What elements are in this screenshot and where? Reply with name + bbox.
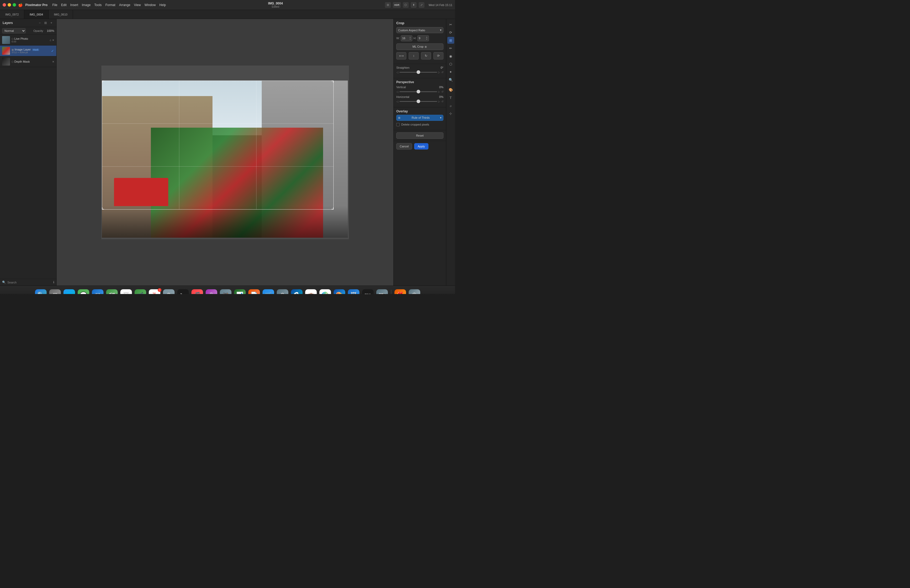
horizontal-thumb[interactable] (417, 100, 420, 103)
zoom-tool[interactable]: 🔍 (448, 76, 454, 83)
layer-sound-icon[interactable]: ♫ (50, 39, 52, 42)
straighten-slider[interactable] (399, 72, 437, 73)
layer-close-icon[interactable]: ✕ (52, 39, 54, 42)
straighten-thumb[interactable] (417, 70, 420, 74)
horizontal-slider[interactable] (399, 101, 437, 102)
search-tool-right[interactable]: ⌕ (448, 102, 454, 109)
rotate-tool[interactable]: ⟳ (448, 29, 454, 36)
delete-pixels-checkbox[interactable] (396, 123, 400, 126)
dock-edge[interactable]: 🌊 (291, 289, 303, 294)
layers-stack-icon[interactable]: ⊞ (43, 21, 48, 25)
crop-tool[interactable]: ✂ (448, 21, 454, 28)
menu-file[interactable]: File (52, 3, 57, 7)
layer-item-depth[interactable]: ⬡ Depth Mask ✕ (0, 57, 57, 67)
vertical-slider[interactable] (399, 91, 437, 92)
dock-chrome[interactable]: 🌍 (319, 289, 331, 294)
vert-reset-icon[interactable]: ↺ (441, 90, 443, 93)
crop-handle-br[interactable] (331, 207, 334, 210)
dock-gifts[interactable]: 🎁 (394, 289, 407, 294)
dock-appletv[interactable]: ▶ (177, 289, 189, 294)
rotate-cw-button[interactable]: ↻ (421, 52, 431, 60)
dock-preview2[interactable]: 📷 (376, 289, 388, 294)
straighten-reset-icon[interactable]: ↺ (441, 71, 443, 74)
color-profile-icon[interactable]: ⬡ (403, 2, 409, 8)
dock-messages[interactable]: 💬 (77, 289, 90, 294)
h-stepper[interactable]: ▲ ▼ (426, 36, 428, 40)
crop-handle-tl[interactable] (102, 81, 104, 82)
hdr-button[interactable]: HDR (393, 2, 401, 8)
dock-photos[interactable]: 🖼 (120, 289, 133, 294)
layers-minus-icon[interactable]: − (37, 21, 42, 25)
tab-img0972[interactable]: IMG_0972 (0, 10, 24, 19)
menu-image[interactable]: Image (82, 3, 91, 7)
w-step-down[interactable]: ▼ (409, 38, 411, 40)
dock-launchpad[interactable]: ⊞ (49, 289, 61, 294)
w-step-up[interactable]: ▲ (409, 36, 411, 38)
dock-settings[interactable]: ⚙ (276, 289, 289, 294)
hex-tool[interactable]: ⬡ (448, 61, 454, 67)
dock-preview[interactable]: 🖼 (347, 289, 360, 294)
canvas-area[interactable] (57, 19, 393, 286)
horiz-reset-icon[interactable]: ↺ (441, 100, 443, 103)
layers-plus-icon[interactable]: + (49, 21, 54, 25)
reset-button[interactable]: Reset (396, 132, 443, 139)
ml-crop-button[interactable]: ML Crop ◉ (396, 44, 443, 50)
layer-item-live-photo[interactable]: ⬡ Live Photo 0.03 ♫ ✕ (0, 35, 57, 45)
share-icon[interactable]: ⬆ (411, 2, 417, 8)
dock-numbers[interactable]: 📊 (234, 289, 246, 294)
menu-view[interactable]: View (134, 3, 141, 7)
apply-button[interactable]: Apply (414, 143, 428, 150)
dock-pages[interactable]: 📄 (248, 289, 260, 294)
flip-v-button[interactable]: ↕ (409, 52, 419, 60)
h-step-up[interactable]: ▲ (426, 36, 428, 38)
dock-music[interactable]: 🎵 (191, 289, 204, 294)
dock-safari[interactable]: 🌐 (63, 289, 76, 294)
h-input[interactable]: 9 ▲ ▼ (417, 35, 429, 41)
dock-epic[interactable]: EPIC (362, 289, 374, 294)
dock-trash[interactable]: 🗑 (408, 289, 421, 294)
menu-window[interactable]: Window (145, 3, 156, 7)
close-button[interactable] (3, 3, 6, 6)
tab-img0610[interactable]: IMG_0610 (49, 10, 73, 19)
h-step-down[interactable]: ▼ (426, 38, 428, 40)
menu-format[interactable]: Format (105, 3, 115, 7)
tab-img0004[interactable]: IMG_0004 (24, 10, 48, 19)
pen-tool[interactable]: ✏ (448, 45, 454, 52)
overlay-dropdown[interactable]: ⊞ Rule of Thirds ▾ (396, 115, 443, 121)
dock-mail[interactable]: ✉ (91, 289, 104, 294)
menu-arrange[interactable]: Arrange (119, 3, 130, 7)
dock-gamecenter[interactable]: 🎮 (219, 289, 232, 294)
cancel-button[interactable]: Cancel (396, 143, 412, 150)
dock-podcasts[interactable]: 🎙 (205, 289, 218, 294)
dock-maps[interactable]: 🗺 (105, 289, 118, 294)
layer-item-image[interactable]: ▦ Image Layer Mask 3712 × 4264 px ✓ (0, 45, 57, 57)
depth-close-icon[interactable]: ✕ (52, 60, 54, 63)
vertical-thumb[interactable] (417, 90, 420, 94)
dock-calendar[interactable]: 14FEB ! (148, 289, 161, 294)
grid-tool[interactable]: ⊞ (448, 37, 454, 44)
w-input[interactable]: 16 ▲ ▼ (401, 35, 412, 41)
search-input[interactable]: Search (7, 281, 52, 284)
dock-appstore[interactable]: 🛒 (262, 289, 275, 294)
fullscreen-icon[interactable]: ⤢ (419, 2, 425, 8)
menu-tools[interactable]: Tools (94, 3, 102, 7)
star-tool[interactable]: ✦ (448, 68, 454, 75)
type-tool[interactable]: T (448, 94, 454, 101)
minimize-button[interactable] (8, 3, 11, 6)
dock-system-prefs[interactable]: ⚙ (162, 289, 175, 294)
circle-tool[interactable]: ◉ (448, 53, 454, 60)
crop-handle-bl[interactable] (102, 207, 104, 210)
menu-edit[interactable]: Edit (61, 3, 66, 7)
maximize-button[interactable] (13, 3, 16, 6)
w-stepper[interactable]: ▲ ▼ (409, 36, 411, 40)
menu-insert[interactable]: Insert (70, 3, 78, 7)
rotate-90-button[interactable]: ⟳ (433, 52, 443, 60)
sidebar-toggle[interactable]: ⊟ (385, 2, 391, 8)
flip-h-button[interactable]: ⟷ (396, 52, 406, 60)
search-info-icon[interactable]: ℹ (53, 281, 54, 284)
menu-help[interactable]: Help (159, 3, 166, 7)
dock-facetime[interactable]: 📹 (134, 289, 147, 294)
aspect-ratio-dropdown[interactable]: Custom Aspect Ratio ▾ (396, 27, 443, 33)
color-tool[interactable]: 🎨 (448, 86, 454, 93)
dock-slack[interactable]: 💼 (305, 289, 317, 294)
